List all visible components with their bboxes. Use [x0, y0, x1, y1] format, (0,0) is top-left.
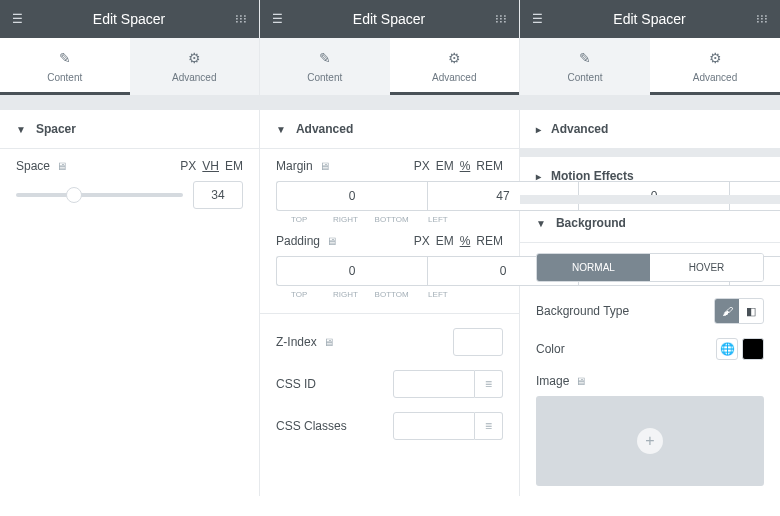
apps-icon[interactable]: ⁝⁝⁝	[491, 8, 511, 30]
tab-content[interactable]: ✎ Content	[520, 38, 650, 95]
bgtype-label: Background Type	[536, 304, 714, 318]
apps-icon[interactable]: ⁝⁝⁝	[752, 8, 772, 30]
section-background[interactable]: ▼ Background	[520, 204, 780, 242]
pencil-icon: ✎	[0, 50, 130, 66]
normal-button[interactable]: NORMAL	[537, 254, 650, 281]
cssclasses-label: CSS Classes	[276, 419, 393, 433]
dynamic-icon[interactable]: ≡	[475, 370, 503, 398]
unit-selector[interactable]: PX EM % REM	[414, 234, 503, 248]
tab-advanced[interactable]: ⚙ Advanced	[390, 38, 520, 95]
image-dropzone[interactable]: +	[536, 396, 764, 486]
margin-label: Margin🖥	[276, 159, 414, 173]
apps-icon[interactable]: ⁝⁝⁝	[231, 8, 251, 30]
caret-down-icon: ▼	[16, 124, 26, 135]
panel-title: Edit Spacer	[27, 11, 231, 27]
menu-icon[interactable]: ☰	[8, 8, 27, 30]
padding-label: Padding🖥	[276, 234, 414, 248]
section-motion[interactable]: ▸ Motion Effects	[520, 157, 780, 195]
caret-down-icon: ▼	[276, 124, 286, 135]
padding-top[interactable]	[276, 256, 427, 286]
image-label: Image🖥	[536, 374, 764, 388]
space-slider[interactable]	[16, 193, 183, 197]
desktop-icon[interactable]: 🖥	[323, 336, 334, 348]
bgtype-classic-icon[interactable]: 🖌	[715, 299, 739, 323]
tab-advanced[interactable]: ⚙ Advanced	[650, 38, 780, 95]
pencil-icon: ✎	[260, 50, 390, 66]
desktop-icon[interactable]: 🖥	[575, 375, 586, 387]
color-swatch[interactable]	[742, 338, 764, 360]
margin-top[interactable]	[276, 181, 427, 211]
caret-down-icon: ▼	[536, 218, 546, 229]
unit-selector[interactable]: PX EM % REM	[414, 159, 503, 173]
tab-content[interactable]: ✎ Content	[260, 38, 390, 95]
cssclasses-input[interactable]	[393, 412, 475, 440]
pencil-icon: ✎	[520, 50, 650, 66]
dynamic-icon[interactable]: ≡	[475, 412, 503, 440]
gear-icon: ⚙	[650, 50, 780, 66]
gear-icon: ⚙	[130, 50, 260, 66]
cssid-input[interactable]	[393, 370, 475, 398]
padding-inputs: 🔗	[276, 256, 503, 286]
state-toggle: NORMAL HOVER	[536, 253, 764, 282]
gear-icon: ⚙	[390, 50, 520, 66]
zindex-label: Z-Index🖥	[276, 335, 453, 349]
bgtype-gradient-icon[interactable]: ◧	[739, 299, 763, 323]
menu-icon[interactable]: ☰	[528, 8, 547, 30]
caret-right-icon: ▸	[536, 124, 541, 135]
tab-content[interactable]: ✎ Content	[0, 38, 130, 95]
tab-advanced[interactable]: ⚙ Advanced	[130, 38, 260, 95]
desktop-icon[interactable]: 🖥	[326, 235, 337, 247]
global-color-icon[interactable]: 🌐	[716, 338, 738, 360]
section-spacer[interactable]: ▼ Spacer	[0, 110, 259, 148]
bgtype-selector: 🖌 ◧	[714, 298, 764, 324]
hover-button[interactable]: HOVER	[650, 254, 763, 281]
menu-icon[interactable]: ☰	[268, 8, 287, 30]
unit-selector[interactable]: PX VH EM	[180, 159, 243, 173]
desktop-icon[interactable]: 🖥	[56, 160, 67, 172]
margin-inputs: 🔗	[276, 181, 503, 211]
zindex-input[interactable]	[453, 328, 503, 356]
panel-title: Edit Spacer	[547, 11, 752, 27]
section-advanced[interactable]: ▼ Advanced	[260, 110, 519, 148]
cssid-label: CSS ID	[276, 377, 393, 391]
section-advanced-collapsed[interactable]: ▸ Advanced	[520, 110, 780, 148]
panel-title: Edit Spacer	[287, 11, 491, 27]
color-label: Color	[536, 342, 716, 356]
space-input[interactable]	[193, 181, 243, 209]
desktop-icon[interactable]: 🖥	[319, 160, 330, 172]
add-image-icon: +	[637, 428, 663, 454]
caret-right-icon: ▸	[536, 171, 541, 182]
space-label: Space🖥	[16, 159, 180, 173]
